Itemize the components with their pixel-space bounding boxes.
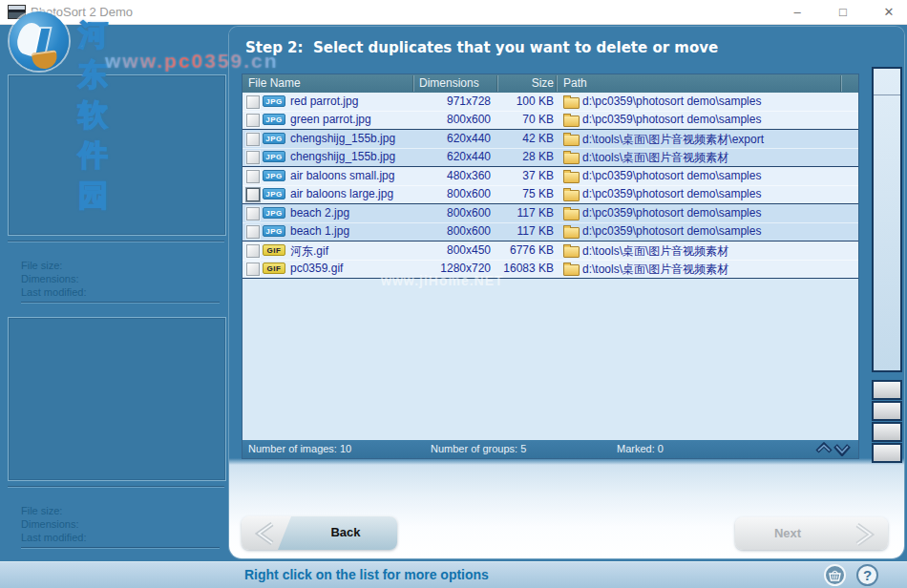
filetype-badge: JPG bbox=[263, 188, 285, 200]
basket-button[interactable] bbox=[824, 564, 846, 586]
folder-icon bbox=[563, 227, 580, 239]
last-modified-label: Last modified: bbox=[21, 285, 221, 299]
file-name: chengshijg_155b.jpg bbox=[290, 150, 395, 163]
table-rows: JPG red parrot.jpg 971x728 100 KB d:\pc0… bbox=[243, 93, 858, 279]
file-path: d:\pc0359\photosort demo\samples bbox=[582, 187, 761, 200]
next-chevron-icon bbox=[848, 522, 880, 547]
row-checkbox[interactable] bbox=[246, 95, 260, 109]
table-row[interactable]: JPG air baloons small.jpg 480x360 37 KB … bbox=[243, 167, 858, 185]
file-info-bottom: File size: Dimensions: Last modified: bbox=[21, 504, 221, 544]
folder-icon bbox=[563, 264, 580, 276]
maximize-button[interactable]: □ bbox=[834, 0, 852, 24]
table-row[interactable]: JPG air baloons large.jpg 800x600 75 KB … bbox=[243, 185, 858, 204]
filetype-badge: GIF bbox=[263, 244, 285, 256]
file-name: 河东.gif bbox=[290, 243, 328, 260]
table-row[interactable]: JPG beach 1.jpg 800x600 117 KB d:\pc0359… bbox=[243, 222, 858, 242]
basket-icon bbox=[826, 566, 844, 584]
last-modified-label: Last modified: bbox=[21, 531, 221, 544]
file-name: air baloons large.jpg bbox=[290, 187, 393, 200]
file-size: 37 KB bbox=[493, 169, 554, 182]
footer-bar: Right click on the list for more options… bbox=[0, 561, 907, 588]
dimensions-label: Dimensions: bbox=[21, 272, 221, 285]
table-row[interactable]: JPG green parrot.jpg 800x600 70 KB d:\pc… bbox=[243, 111, 858, 130]
table-status-bar: Number of images: 10 Number of groups: 5… bbox=[243, 440, 858, 458]
divider bbox=[8, 486, 224, 488]
side-box-2[interactable] bbox=[872, 401, 902, 421]
table-row[interactable]: JPG chengshijg_155b.jpg 620x440 28 KB d:… bbox=[243, 148, 858, 167]
side-box-1[interactable] bbox=[872, 380, 902, 400]
table-row[interactable]: GIF pc0359.gif 1280x720 16083 KB d:\tool… bbox=[243, 260, 858, 279]
file-name: beach 2.jpg bbox=[290, 206, 349, 220]
table-row[interactable]: JPG chengshijg_155b.jpg 620x440 42 KB d:… bbox=[243, 130, 858, 148]
file-path: d:\pc0359\photosort demo\samples bbox=[582, 113, 761, 126]
filetype-badge: JPG bbox=[263, 207, 285, 219]
folder-icon bbox=[563, 172, 580, 183]
table-row[interactable]: JPG red parrot.jpg 971x728 100 KB d:\pc0… bbox=[243, 93, 858, 111]
next-button[interactable]: Next bbox=[735, 517, 888, 550]
title-bar: PhotoSort 2 Demo – □ ✕ bbox=[0, 0, 907, 25]
preview-pane-bottom bbox=[8, 317, 226, 481]
back-button[interactable]: Back bbox=[242, 516, 397, 550]
main-panel: Step 2: Select duplicates that you want … bbox=[229, 27, 904, 558]
row-checkbox[interactable] bbox=[246, 170, 260, 183]
filetype-badge: JPG bbox=[263, 95, 285, 107]
file-dimensions: 620x440 bbox=[410, 132, 491, 145]
column-header-path[interactable]: Path bbox=[563, 76, 587, 90]
file-path: d:\tools\桌面\图片音视频素材 bbox=[582, 150, 728, 166]
file-path: d:\tools\桌面\图片音视频素材\export bbox=[582, 132, 764, 148]
file-dimensions: 800x600 bbox=[410, 224, 491, 238]
close-button[interactable]: ✕ bbox=[880, 0, 897, 24]
divider bbox=[21, 302, 220, 304]
app-icon bbox=[8, 5, 26, 19]
table-row[interactable]: JPG beach 2.jpg 800x600 117 KB d:\pc0359… bbox=[243, 204, 858, 222]
divider bbox=[21, 547, 220, 549]
folder-icon bbox=[563, 153, 580, 164]
file-dimensions: 800x600 bbox=[410, 187, 491, 200]
group-nav-arrows[interactable] bbox=[814, 442, 853, 456]
side-box-4[interactable] bbox=[872, 443, 902, 463]
preview-pane-top bbox=[8, 74, 226, 236]
file-size: 117 KB bbox=[493, 224, 554, 238]
back-chevron-icon bbox=[249, 521, 282, 546]
help-button[interactable]: ? bbox=[856, 564, 878, 586]
minimize-button[interactable]: – bbox=[789, 0, 806, 24]
file-path: d:\pc0359\photosort demo\samples bbox=[582, 206, 761, 220]
file-size: 28 KB bbox=[493, 150, 554, 163]
side-box-3[interactable] bbox=[872, 422, 902, 442]
row-checkbox[interactable] bbox=[246, 207, 260, 220]
table-row[interactable]: GIF 河东.gif 800x450 6776 KB d:\tools\桌面\图… bbox=[243, 242, 858, 260]
row-checkbox[interactable] bbox=[246, 188, 260, 201]
file-dimensions: 971x728 bbox=[410, 94, 491, 108]
file-size: 6776 KB bbox=[493, 243, 554, 257]
file-name: red parrot.jpg bbox=[290, 94, 358, 108]
filetype-badge: JPG bbox=[263, 114, 285, 125]
step-title: Step 2: Select duplicates that you want … bbox=[245, 39, 718, 56]
duplicates-table[interactable]: File Name Dimensions Size Path JPG red p… bbox=[242, 74, 859, 459]
file-dimensions: 480x360 bbox=[410, 169, 491, 182]
folder-icon bbox=[563, 209, 580, 220]
file-path: d:\pc0359\photosort demo\samples bbox=[582, 224, 761, 238]
row-checkbox[interactable] bbox=[246, 225, 260, 239]
file-size: 100 KB bbox=[493, 94, 554, 108]
folder-icon bbox=[563, 116, 580, 127]
row-checkbox[interactable] bbox=[246, 244, 260, 258]
file-dimensions: 800x450 bbox=[410, 243, 491, 257]
column-header-dimensions[interactable]: Dimensions bbox=[419, 76, 479, 90]
row-checkbox[interactable] bbox=[246, 114, 260, 127]
marked-count: Marked: 0 bbox=[617, 443, 664, 454]
row-checkbox[interactable] bbox=[246, 262, 260, 276]
folder-icon bbox=[563, 135, 580, 146]
file-name: green parrot.jpg bbox=[290, 113, 371, 126]
file-size-label: File size: bbox=[21, 259, 221, 272]
preview-zoom-slider[interactable] bbox=[872, 67, 902, 372]
column-header-size[interactable]: Size bbox=[493, 76, 554, 90]
column-header-filename[interactable]: File Name bbox=[248, 76, 301, 90]
file-name: air baloons small.jpg bbox=[290, 169, 394, 182]
filetype-badge: JPG bbox=[263, 225, 285, 237]
back-button-label: Back bbox=[294, 525, 397, 539]
row-checkbox[interactable] bbox=[246, 133, 260, 146]
row-checkbox[interactable] bbox=[246, 151, 260, 164]
file-name: beach 1.jpg bbox=[290, 224, 349, 238]
file-size: 42 KB bbox=[493, 132, 554, 145]
dimensions-label: Dimensions: bbox=[21, 517, 221, 531]
